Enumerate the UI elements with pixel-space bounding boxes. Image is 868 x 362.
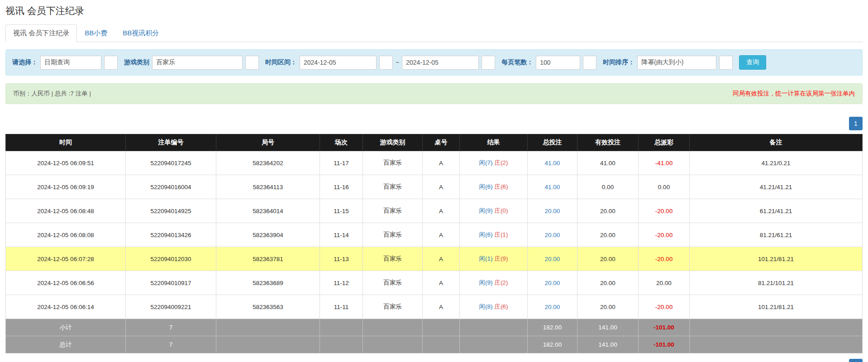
cell-payout: 0.00 <box>639 175 690 199</box>
query-button[interactable]: 查询 <box>739 55 766 70</box>
tab-bb-video-points[interactable]: BB视讯积分 <box>115 24 167 42</box>
cell-bet-id: 522094017245 <box>126 151 216 175</box>
result-banker: 庄(1) <box>494 231 508 238</box>
sort-order-input[interactable] <box>637 56 716 70</box>
column-header-session: 场次 <box>320 134 363 151</box>
cell-result: 闲(8) 庄(6) <box>460 295 528 319</box>
cell-payout: 20.00 <box>639 271 690 295</box>
summary-valid-bet: 141.00 <box>577 319 639 336</box>
summary-count: 7 <box>126 336 216 353</box>
summary-row: 总计7182.00141.00-101.00 <box>6 336 863 353</box>
cell-bet-id: 522094009221 <box>126 295 216 319</box>
table-row: 2024-12-05 06:09:51522094017245582364202… <box>6 151 863 175</box>
cell-game-type: 百家乐 <box>363 199 423 223</box>
cell-game-type: 百家乐 <box>363 223 423 247</box>
cell-note: 41.21/0.21 <box>690 151 863 175</box>
cell-round-id: 582364014 <box>216 199 320 223</box>
cell-round-id: 582364202 <box>216 151 320 175</box>
cell-round-id: 582363689 <box>216 271 320 295</box>
column-header-time: 时间 <box>6 134 126 151</box>
sort-order-label: 时间排序： <box>603 58 634 67</box>
cell-valid-bet: 20.00 <box>577 199 639 223</box>
select-type-dropdown[interactable] <box>104 56 118 70</box>
cell-time: 2024-12-05 06:09:19 <box>6 175 126 199</box>
cell-time: 2024-12-05 06:07:28 <box>6 247 126 271</box>
summary-empty-cell <box>423 319 460 336</box>
table-row: 2024-12-05 06:06:56522094010917582363689… <box>6 271 863 295</box>
cell-session: 11-16 <box>320 175 363 199</box>
column-header-note: 备注 <box>690 134 863 151</box>
cell-payout: -20.00 <box>639 199 690 223</box>
valid-bet-notice: 同局有效投注，统一计算在该局第一张注单内 <box>733 90 855 98</box>
page-title: 视讯 会员下注纪录 <box>5 5 863 17</box>
game-type-dropdown[interactable] <box>245 56 259 70</box>
select-type-label: 请选择： <box>12 58 38 67</box>
result-player: 闲(9) <box>479 207 493 214</box>
cell-game-type: 百家乐 <box>363 295 423 319</box>
result-player: 闲(6) <box>479 231 493 238</box>
page-button-1-bottom[interactable]: 1 <box>849 359 863 362</box>
cell-note: 101.21/81.21 <box>690 295 863 319</box>
cell-note: 101.21/81.21 <box>690 247 863 271</box>
result-player: 闲(8) <box>479 303 493 310</box>
cell-game-type: 百家乐 <box>363 151 423 175</box>
summary-payout: -101.00 <box>639 336 690 353</box>
cell-game-type: 百家乐 <box>363 175 423 199</box>
summary-empty-cell <box>320 319 363 336</box>
cell-table-no: A <box>423 175 460 199</box>
cell-session: 11-14 <box>320 223 363 247</box>
cell-bet-id: 522094012030 <box>126 247 216 271</box>
cell-valid-bet: 20.00 <box>577 271 639 295</box>
sort-order-dropdown[interactable] <box>719 56 733 70</box>
summary-bar: 币别：人民币 | 总共 :7 注单 | 同局有效投注，统一计算在该局第一张注单内 <box>5 83 863 104</box>
cell-total-bet[interactable]: 41.00 <box>528 151 577 175</box>
pagination-bottom: 1 <box>5 359 863 362</box>
date-to-dropdown[interactable] <box>482 56 495 70</box>
cell-time: 2024-12-05 06:06:56 <box>6 271 126 295</box>
cell-total-bet[interactable]: 20.00 <box>528 199 577 223</box>
column-header-valid-bet: 有效投注 <box>577 134 639 151</box>
cell-total-bet[interactable]: 20.00 <box>528 295 577 319</box>
table-header-row: 时间注单编号局号场次游戏类别桌号结果总投注有效投注总派彩备注 <box>6 134 863 151</box>
filter-group-date-range: 时间区间： ~ <box>265 56 495 70</box>
result-banker: 庄(2) <box>494 279 508 286</box>
cell-table-no: A <box>423 247 460 271</box>
result-banker: 庄(6) <box>494 183 508 190</box>
cell-payout: -20.00 <box>639 295 690 319</box>
page-size-input[interactable] <box>536 56 580 70</box>
date-to-input[interactable] <box>402 56 479 70</box>
cell-note: 81.21/101.21 <box>690 271 863 295</box>
page-size-dropdown[interactable] <box>583 56 596 70</box>
cell-session: 11-13 <box>320 247 363 271</box>
page-button-1[interactable]: 1 <box>849 117 863 130</box>
cell-note: 81.21/61.21 <box>690 223 863 247</box>
cell-total-bet[interactable]: 20.00 <box>528 271 577 295</box>
cell-time: 2024-12-05 06:08:08 <box>6 223 126 247</box>
date-from-dropdown[interactable] <box>379 56 393 70</box>
cell-total-bet[interactable]: 41.00 <box>528 175 577 199</box>
cell-total-bet[interactable]: 20.00 <box>528 223 577 247</box>
date-from-input[interactable] <box>300 56 377 70</box>
cell-note: 41.21/41.21 <box>690 175 863 199</box>
cell-valid-bet: 0.00 <box>577 175 639 199</box>
tab-video-betting-records[interactable]: 视讯 会员下注纪录 <box>5 24 77 42</box>
cell-note: 61.21/41.21 <box>690 199 863 223</box>
betting-records-table: 时间注单编号局号场次游戏类别桌号结果总投注有效投注总派彩备注 2024-12-0… <box>5 134 863 353</box>
select-type-input[interactable] <box>40 56 101 70</box>
cell-bet-id: 522094016004 <box>126 175 216 199</box>
page: 视讯 会员下注纪录 视讯 会员下注纪录 BB小费 BB视讯积分 请选择： 游戏类… <box>0 0 868 362</box>
summary-empty-cell <box>460 336 528 353</box>
table-row: 2024-12-05 06:08:48522094014925582364014… <box>6 199 863 223</box>
game-type-input[interactable] <box>152 56 243 70</box>
summary-empty-cell <box>363 319 423 336</box>
tab-bb-tips[interactable]: BB小费 <box>77 24 115 42</box>
summary-label: 总计 <box>6 336 126 353</box>
cell-valid-bet: 20.00 <box>577 223 639 247</box>
cell-total-bet[interactable]: 20.00 <box>528 247 577 271</box>
cell-round-id: 582363563 <box>216 295 320 319</box>
cell-result: 闲(6) 庄(1) <box>460 223 528 247</box>
table-row: 2024-12-05 06:09:19522094016004582364113… <box>6 175 863 199</box>
cell-result: 闲(1) 庄(9) <box>460 247 528 271</box>
result-player: 闲(7) <box>479 159 493 166</box>
date-range-separator: ~ <box>396 59 399 66</box>
